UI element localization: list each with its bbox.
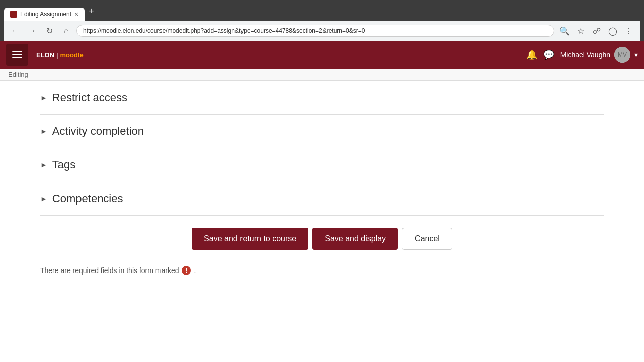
restrict-access-header[interactable]: ► Restrict access — [40, 81, 604, 114]
action-buttons: Save and return to course Save and displ… — [40, 216, 604, 262]
hamburger-line-2 — [12, 54, 22, 55]
required-fields-notice: There are required fields in this form m… — [40, 262, 604, 285]
competencies-header[interactable]: ► Competencies — [40, 182, 604, 215]
user-name-label: Michael Vaughn — [560, 51, 610, 59]
restrict-access-chevron-icon: ► — [40, 94, 47, 102]
profile-icon-button[interactable]: ◯ — [606, 24, 620, 38]
address-bar[interactable]: https://moodle.elon.edu/course/modedit.p… — [76, 25, 554, 37]
save-and-display-button[interactable]: Save and display — [312, 228, 398, 250]
required-exclamation-icon: ! — [182, 266, 191, 275]
competencies-section: ► Competencies — [40, 182, 604, 216]
editing-bar: Editing — [0, 69, 644, 81]
browser-chrome: Editing Assignment × + ← → ↻ ⌂ https://m… — [0, 0, 644, 41]
moodle-logo: moodle — [60, 51, 84, 59]
activity-completion-title: Activity completion — [52, 125, 144, 138]
save-and-return-button[interactable]: Save and return to course — [192, 228, 308, 250]
logo-separator: | — [56, 51, 58, 59]
logo-area: ELON | moodle — [36, 51, 84, 59]
nav-right: 🔔 💬 Michael Vaughn MV ▾ — [526, 47, 638, 63]
required-notice-text-before: There are required fields in this form m… — [40, 266, 179, 275]
url-text: https://moodle.elon.edu/course/modedit.p… — [83, 27, 548, 34]
active-tab[interactable]: Editing Assignment × — [4, 8, 85, 21]
top-nav: ELON | moodle 🔔 💬 Michael Vaughn MV ▾ — [0, 41, 644, 69]
toolbar-actions: 🔍 ☆ ☍ ◯ ⋮ — [557, 24, 636, 38]
required-notice-text-after: . — [194, 266, 196, 275]
tags-header[interactable]: ► Tags — [40, 148, 604, 182]
competencies-chevron-icon: ► — [40, 195, 47, 203]
elon-logo: ELON — [36, 51, 54, 59]
browser-tabs: Editing Assignment × + — [4, 4, 640, 21]
avatar: MV — [614, 47, 630, 63]
browser-toolbar: ← → ↻ ⌂ https://moodle.elon.edu/course/m… — [4, 21, 640, 41]
activity-completion-section: ► Activity completion — [40, 115, 604, 148]
messages-icon[interactable]: 💬 — [543, 49, 554, 60]
tab-close-button[interactable]: × — [74, 11, 78, 18]
hamburger-line-1 — [12, 51, 22, 52]
activity-completion-chevron-icon: ► — [40, 127, 47, 135]
tags-chevron-icon: ► — [40, 161, 47, 169]
user-dropdown-chevron-icon[interactable]: ▾ — [634, 51, 638, 59]
activity-completion-header[interactable]: ► Activity completion — [40, 115, 604, 148]
search-icon-button[interactable]: 🔍 — [557, 24, 572, 38]
reload-button[interactable]: ↻ — [42, 24, 56, 38]
hamburger-line-3 — [12, 57, 22, 58]
forward-button[interactable]: → — [25, 24, 39, 38]
cancel-button[interactable]: Cancel — [402, 228, 452, 250]
tags-title: Tags — [52, 158, 75, 171]
svg-rect-0 — [11, 12, 16, 17]
tab-favicon — [10, 11, 17, 18]
restrict-access-title: Restrict access — [52, 91, 127, 104]
main-content: ► Restrict access ► Activity completion … — [0, 81, 644, 362]
restrict-access-section: ► Restrict access — [40, 81, 604, 115]
bookmark-icon-button[interactable]: ☆ — [574, 24, 588, 38]
editing-label: Editing — [8, 71, 28, 78]
notifications-bell-icon[interactable]: 🔔 — [526, 49, 537, 60]
home-button[interactable]: ⌂ — [59, 24, 73, 38]
page-wrapper: ELON | moodle 🔔 💬 Michael Vaughn MV ▾ Ed… — [0, 41, 644, 362]
menu-icon-button[interactable]: ⋮ — [622, 24, 636, 38]
user-menu[interactable]: Michael Vaughn MV ▾ — [560, 47, 638, 63]
tags-section: ► Tags — [40, 148, 604, 182]
extensions-icon-button[interactable]: ☍ — [590, 24, 604, 38]
hamburger-menu-button[interactable] — [6, 44, 28, 66]
new-tab-button[interactable]: + — [85, 4, 98, 19]
tab-title: Editing Assignment — [20, 11, 71, 18]
back-button[interactable]: ← — [8, 24, 22, 38]
competencies-title: Competencies — [52, 192, 123, 205]
